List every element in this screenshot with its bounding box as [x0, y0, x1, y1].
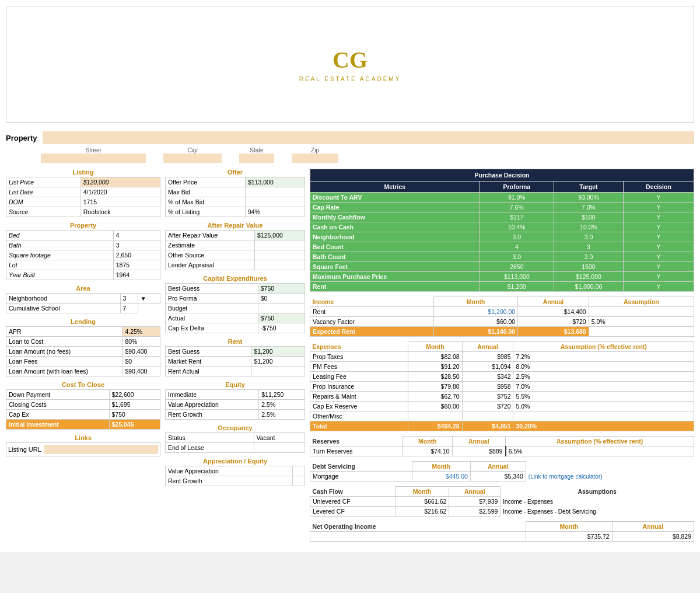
down-payment-row: Down Payment $22,600: [6, 390, 160, 400]
mortgage-calc-link[interactable]: (Link to mortgage calculator): [526, 472, 694, 482]
offer-section: Offer Offer Price $113,000 Max Bid % of …: [165, 169, 305, 217]
lot-value: 1875: [113, 260, 160, 270]
levered-cf-label: Levered CF: [310, 507, 396, 517]
pm-fees-month: $91.20: [408, 362, 462, 372]
income-table: Income Month Annual Assumption Rent $1,2…: [310, 296, 694, 337]
dom-label: DOM: [6, 197, 81, 207]
reserves-title: Reserves: [310, 437, 403, 447]
reserves-table: Reserves Month Annual Assumption (% effe…: [310, 436, 694, 456]
total-expenses-label: Total: [310, 421, 408, 431]
unlevered-cf-row: Unlevered CF $661.62 $7,939 Income - Exp…: [310, 497, 694, 507]
year-built-value: 1964: [113, 270, 160, 280]
prop-insurance-row: Prop Insurance $79.80 $958 7.0%: [310, 382, 694, 392]
turn-reserves-annual: $889: [452, 447, 506, 456]
other-misc-row: Other/Misc: [310, 411, 694, 421]
initial-investment-row: Initial Investment $25,045: [6, 420, 160, 430]
dom-row: DOM 1715: [6, 197, 160, 207]
arv-value: $125,000: [255, 231, 305, 240]
apr-value: 4.25%: [123, 327, 160, 337]
total-expenses-month: $404.28: [408, 421, 462, 431]
repairs-maint-row: Repairs & Maint $62.70 $752 5.5%: [310, 392, 694, 402]
school-value: 7: [120, 304, 138, 313]
source-label: Source: [6, 207, 81, 217]
other-source-value: [255, 250, 305, 260]
best-guess-capex-value: $750: [258, 284, 304, 294]
neighborhood-pd-proforma: 3.0: [480, 232, 554, 242]
other-source-row: Other Source: [166, 250, 305, 260]
unlevered-cf-label: Unlevered CF: [310, 497, 396, 507]
area-title: Area: [6, 285, 160, 292]
expenses-section: Expenses Month Annual Assumption (% effe…: [310, 341, 694, 431]
status-row: Status Vacant: [166, 433, 305, 443]
rent-growth-value: [293, 476, 305, 486]
levered-cf-row: Levered CF $216.62 $2,599 Income - Expen…: [310, 507, 694, 517]
pct-max-bid-label: % of Max Bid: [166, 197, 246, 207]
immediate-equity-row: Immediate $11,250: [166, 390, 305, 400]
rent-income-row: Rent $1,200.00 $14,400: [310, 307, 694, 317]
listing-table: List Price $120,000 List Date 4/1/2020 D…: [6, 177, 160, 217]
pro-forma-capex-value: $0: [258, 294, 304, 304]
neighborhood-value: 3: [120, 294, 138, 304]
leasing-fee-month: $28.50: [408, 372, 462, 382]
actual-capex-row: Actual $750: [166, 313, 305, 323]
list-date-label: List Date: [6, 187, 81, 197]
year-built-row: Year Built 1964: [6, 270, 160, 280]
header-box: CG REAL ESTATE ACADEMY: [6, 6, 694, 123]
value-appreciation-label: Value Appreciation: [166, 466, 293, 476]
rent-income-month: $1,200.00: [434, 307, 518, 317]
square-feet-decision: Y: [623, 262, 694, 272]
bath-row: Bath 3: [6, 240, 160, 250]
year-built-label: Year Built: [6, 270, 114, 280]
cash-flow-header: Cash Flow Month Annual Assumptions: [310, 487, 694, 497]
income-title: Income: [310, 297, 434, 307]
market-rent-row: Market Rent $1,200: [166, 357, 305, 367]
decision-col-header: Decision: [623, 182, 694, 193]
debt-servicing-table: Debt Servicing Month Annual Mortgage $44…: [310, 461, 694, 482]
lender-appraisal-label: Lender Appraisal: [166, 260, 255, 270]
loan-to-cost-label: Loan to Cost: [6, 337, 123, 347]
income-month-header: Month: [434, 297, 518, 307]
bath-value: 3: [113, 240, 160, 250]
zestimate-row: Zestimate: [166, 240, 305, 250]
square-feet-proforma: 2650: [480, 262, 554, 272]
occupancy-table: Status Vacant End of Lease: [165, 432, 305, 453]
property-details-table: Bed 4 Bath 3 Square footage 2,650 Lot 18…: [6, 230, 160, 280]
expected-rent-row: Expected Rent $1,140.00 $13,680: [310, 327, 694, 337]
rent-pd-decision: Y: [623, 282, 694, 292]
state-label: State: [239, 147, 274, 163]
lending-table: APR 4.25% Loan to Cost 80% Loan Amount (…: [6, 326, 160, 376]
bed-count-target: 3: [554, 242, 624, 252]
leasing-fee-annual: $342: [462, 372, 513, 382]
reserves-month-header: Month: [403, 437, 452, 447]
offer-price-row: Offer Price $113,000: [166, 177, 305, 187]
end-of-lease-row: End of Lease: [166, 443, 305, 453]
listing-title: Listing: [6, 169, 160, 176]
purchase-decision-table: Purchase Decision Metrics Proforma Targe…: [310, 169, 694, 292]
bath-count-proforma: 3.0: [480, 252, 554, 262]
debt-link-header: [526, 462, 694, 472]
city-label: City: [163, 147, 222, 163]
repairs-maint-annual: $752: [462, 392, 513, 402]
cf-month-header: Month: [395, 487, 449, 497]
value-appreciation-equity-label: Value Appreciation: [166, 400, 259, 410]
listing-url-label: Listing URL: [8, 446, 41, 453]
total-expenses-row: Total $404.28 $4,851 30.20%: [310, 421, 694, 431]
loan-amount-with-fees-row: Loan Amount (with loan fees) $90,400: [6, 367, 160, 376]
unlevered-cf-month: $661.62: [395, 497, 449, 507]
max-purchase-price-decision: Y: [623, 272, 694, 282]
lot-row: Lot 1875: [6, 260, 160, 270]
cap-rate-metric: Cap Rate: [310, 203, 480, 212]
market-rent-label: Market Rent: [166, 357, 251, 367]
prop-insurance-assumption: 7.0%: [513, 382, 694, 392]
listing-url-input[interactable]: [44, 445, 158, 454]
street-label: Street: [41, 147, 146, 163]
bath-count-metric: Bath Count: [310, 252, 480, 262]
rent-growth-equity-label: Rent Growth: [166, 410, 259, 420]
levered-cf-annual: $2,599: [449, 507, 501, 517]
budget-capex-label: Budget: [166, 304, 258, 313]
bath-count-target: 2.0: [554, 252, 624, 262]
offer-table: Offer Price $113,000 Max Bid % of Max Bi…: [165, 177, 305, 217]
total-expenses-assumption: 30.20%: [513, 421, 694, 431]
loan-amount-with-fees-value: $90,400: [123, 367, 160, 376]
area-section: Area Neighborhood 3 ▼ Cumulative School …: [6, 285, 160, 313]
